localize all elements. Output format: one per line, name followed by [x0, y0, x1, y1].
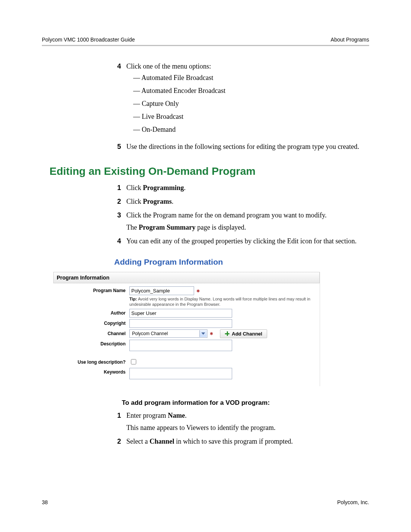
edit-step-1: 1 Click Programming. [114, 183, 369, 193]
label-program-name: Program Name [57, 286, 129, 295]
option-item: Automated Encoder Broadcast [133, 86, 369, 96]
label-author: Author [57, 309, 129, 317]
channel-select[interactable]: Polycom Channel [129, 329, 207, 338]
channel-select-value: Polycom Channel [132, 331, 168, 336]
step-number: 4 [114, 61, 121, 71]
edit-step-4: 4 You can edit any of the grouped proper… [114, 236, 369, 246]
step-number: 2 [114, 197, 121, 206]
step-5: 5 Use the directions in the following se… [114, 142, 369, 152]
panel-title: Program Information [53, 272, 320, 283]
header-right: About Programs [331, 37, 369, 43]
option-item: Live Broadcast [133, 112, 369, 121]
long-description-checkbox[interactable] [131, 359, 136, 364]
header-rule [42, 45, 369, 46]
step-number: 1 [114, 411, 121, 420]
required-icon: ✱ [196, 289, 200, 293]
keywords-input[interactable] [129, 368, 232, 379]
instr-step-2: 2 Select a Channel in which to save this… [114, 436, 369, 446]
required-icon: ✱ [210, 331, 213, 336]
step-number: 3 [114, 210, 121, 220]
page-number: 38 [42, 499, 48, 505]
program-info-panel: Program Information Program Name ✱ Tip: … [53, 272, 320, 386]
label-copyright: Copyright [57, 319, 129, 328]
option-item: Capture Only [133, 99, 369, 109]
edit-step-3: 3 Click the Program name for the on dema… [114, 210, 369, 232]
add-channel-label: Add Channel [232, 331, 262, 337]
instr-step-1: 1 Enter program Name. This name appears … [114, 411, 369, 433]
step-number: 4 [114, 236, 121, 246]
svg-marker-0 [201, 332, 205, 335]
edit-step-2: 2 Click Programs. [114, 197, 369, 206]
instruction-heading: To add program information for a VOD pro… [122, 399, 369, 407]
plus-icon [225, 331, 229, 336]
step-number: 2 [114, 436, 121, 446]
label-description: Description [57, 340, 129, 348]
step-text: Click one of the menu options: [126, 62, 211, 70]
copyright-input[interactable] [129, 319, 232, 328]
step-number: 1 [114, 183, 121, 193]
step-number: 5 [114, 142, 121, 152]
program-name-input[interactable] [129, 286, 194, 295]
chevron-down-icon [199, 330, 207, 337]
label-long-description: Use long description? [57, 358, 129, 366]
description-input[interactable] [129, 340, 232, 351]
footer-right: Polycom, Inc. [337, 499, 369, 505]
header-left: Polycom VMC 1000 Broadcaster Guide [42, 37, 135, 43]
step-text: Use the directions in the following sect… [126, 142, 369, 152]
section-heading: Editing an Existing On-Demand Program [49, 165, 369, 177]
subsection-heading: Adding Program Information [114, 257, 369, 267]
program-name-tip: Tip: Avoid very long words in Display Na… [129, 296, 316, 307]
label-keywords: Keywords [57, 368, 129, 376]
option-item: Automated File Broadcast [133, 73, 369, 83]
label-channel: Channel [57, 329, 129, 338]
option-item: On-Demand [133, 125, 369, 134]
author-input[interactable] [129, 309, 232, 318]
add-channel-button[interactable]: Add Channel [220, 329, 267, 338]
step-4: 4 Click one of the menu options: Automat… [114, 61, 369, 138]
